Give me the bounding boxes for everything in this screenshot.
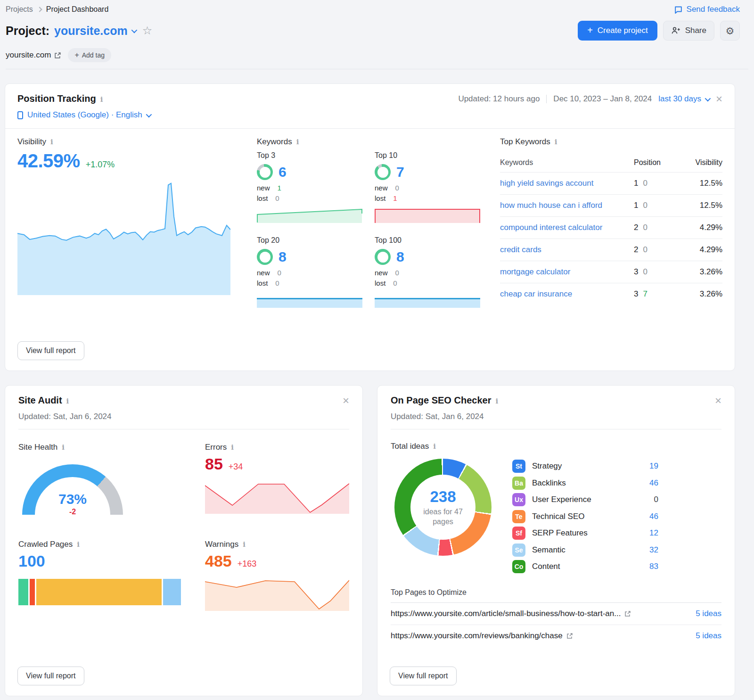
top-keywords-table: Keywords Position Visibility high yield … — [500, 153, 722, 305]
create-project-button[interactable]: Create project — [578, 21, 657, 41]
visibility-cell: 4.29% — [679, 223, 722, 232]
share-button[interactable]: Share — [663, 21, 714, 41]
position-change: 0 — [643, 179, 647, 188]
keyword-link[interactable]: cheap car insurance — [500, 289, 572, 298]
crawled-pages-stacked-bar-chart — [18, 579, 181, 605]
info-icon[interactable]: i — [296, 138, 299, 146]
visibility-area-chart — [17, 178, 230, 295]
keyword-link[interactable]: high yield savings account — [500, 179, 593, 188]
close-on-page-seo-button[interactable]: × — [715, 395, 721, 406]
page-title: Project: yoursite.com ☆ — [6, 24, 152, 38]
bar-segment-issues — [36, 579, 162, 605]
info-icon[interactable]: i — [62, 443, 65, 452]
info-icon[interactable]: i — [243, 540, 246, 549]
new-label: new — [257, 184, 270, 192]
errors-value: 85 — [205, 455, 223, 473]
legend-count[interactable]: 12 — [649, 528, 658, 538]
ideas-count-link[interactable]: 5 ideas — [696, 631, 721, 641]
column-position: Position — [634, 158, 679, 167]
external-link-icon — [566, 633, 573, 639]
legend-label: Content — [532, 562, 560, 571]
legend-count[interactable]: 46 — [649, 478, 658, 488]
send-feedback-label: Send feedback — [687, 5, 740, 14]
page-url-link[interactable]: https://www.yoursite.com/article/small-b… — [391, 609, 631, 618]
tile-value: 8 — [396, 249, 404, 265]
warnings-tile: Warnings i 485 +163 — [205, 540, 349, 611]
project-name-dropdown[interactable]: yoursite.com — [54, 24, 128, 38]
info-icon[interactable]: i — [77, 540, 80, 549]
info-icon[interactable]: i — [66, 397, 69, 405]
new-value: 0 — [395, 269, 399, 277]
period-selector[interactable]: last 30 days — [658, 94, 709, 104]
external-link-icon — [624, 610, 631, 617]
position-change: 0 — [643, 223, 647, 232]
position-tracking-card: Position Tracking i Updated: 12 hours ag… — [5, 83, 735, 371]
legend-row-content: Co Content 83 — [512, 560, 658, 573]
legend-count[interactable]: 32 — [649, 545, 658, 555]
new-value: 0 — [278, 269, 281, 277]
info-icon[interactable]: i — [433, 442, 436, 451]
favorite-star-icon[interactable]: ☆ — [142, 24, 153, 37]
breadcrumb-projects-link[interactable]: Projects — [6, 5, 33, 14]
keyword-donut-icon — [257, 164, 273, 180]
legend-label: Technical SEO — [532, 512, 585, 521]
top-pages-section: Top Pages to Optimize https://www.yoursi… — [391, 588, 721, 647]
total-ideas-value: 238 — [430, 488, 456, 506]
position-change: 0 — [643, 267, 647, 276]
on-page-seo-updated: Updated: Sat, Jan 6, 2024 — [391, 412, 721, 429]
total-ideas-subtext: ideas for 47pages — [423, 507, 463, 527]
lost-value: 0 — [275, 194, 279, 202]
close-position-tracking-button[interactable]: × — [716, 93, 722, 105]
info-icon[interactable]: i — [231, 443, 234, 452]
settings-button[interactable]: ⚙ — [720, 21, 740, 41]
chevron-down-icon[interactable] — [131, 27, 137, 33]
page-url: https://www.yoursite.com/reviews/banking… — [391, 631, 563, 641]
visibility-cell: 3.26% — [679, 289, 722, 299]
send-feedback-link[interactable]: Send feedback — [674, 5, 740, 14]
position-tracking-view-full-report-button[interactable]: View full report — [17, 341, 84, 360]
legend-row-technical-seo: Te Technical SEO 46 — [512, 510, 658, 523]
lost-label: lost — [375, 279, 385, 287]
legend-count[interactable]: 83 — [649, 562, 658, 571]
top-page-row: https://www.yoursite.com/reviews/banking… — [391, 625, 721, 647]
project-dashboard-page: Projects Project Dashboard Send feedback… — [0, 0, 754, 696]
legend-count: 0 — [654, 495, 658, 504]
legend-count[interactable]: 19 — [649, 461, 658, 471]
legend-label: Backlinks — [532, 478, 566, 488]
page-url-link[interactable]: https://www.yoursite.com/reviews/banking… — [391, 631, 573, 641]
legend-label: Semantic — [532, 545, 566, 555]
locale-selector[interactable]: United States (Google) · English — [27, 110, 150, 120]
divider — [546, 95, 547, 103]
visibility-delta: +1.07% — [86, 160, 115, 170]
updated-timestamp: Updated: 12 hours ago — [458, 94, 540, 104]
info-icon[interactable]: i — [100, 95, 103, 104]
position-value: 2 — [634, 245, 638, 254]
tile-label: Top 100 — [375, 236, 480, 245]
ideas-count-link[interactable]: 5 ideas — [696, 609, 721, 618]
lost-value: 0 — [275, 279, 279, 287]
visibility-label: Visibility — [17, 137, 46, 147]
info-icon[interactable]: i — [555, 138, 557, 146]
date-range: Dec 10, 2023 – Jan 8, 2024 — [553, 94, 652, 104]
keyword-link[interactable]: how much house can i afford — [500, 201, 602, 210]
info-icon[interactable]: i — [50, 138, 53, 146]
keyword-link[interactable]: compound interest calculator — [500, 223, 602, 232]
keywords-section: Keywords i Top 3 6 new1 lost0 — [257, 137, 480, 308]
position-tracking-title: Position Tracking — [17, 93, 96, 104]
keyword-donut-icon — [257, 249, 273, 265]
site-audit-updated: Updated: Sat, Jan 6, 2024 — [18, 412, 349, 429]
site-url-link[interactable]: yoursite.com — [6, 50, 61, 60]
close-site-audit-button[interactable]: × — [343, 395, 349, 406]
keyword-link[interactable]: credit cards — [500, 245, 541, 254]
add-tag-button[interactable]: Add tag — [68, 48, 111, 62]
keyword-link[interactable]: mortgage calculator — [500, 267, 570, 276]
info-icon[interactable]: i — [495, 397, 498, 405]
column-visibility: Visibility — [679, 158, 722, 167]
on-page-seo-view-full-report-button[interactable]: View full report — [390, 667, 457, 685]
legend-count[interactable]: 46 — [649, 512, 658, 521]
site-audit-view-full-report-button[interactable]: View full report — [17, 667, 84, 685]
legend-row-backlinks: Ba Backlinks 46 — [512, 477, 658, 490]
plus-icon — [587, 25, 593, 36]
keyword-tile-top10: Top 10 7 new0 lost1 — [375, 151, 480, 225]
device-icon — [17, 111, 23, 119]
